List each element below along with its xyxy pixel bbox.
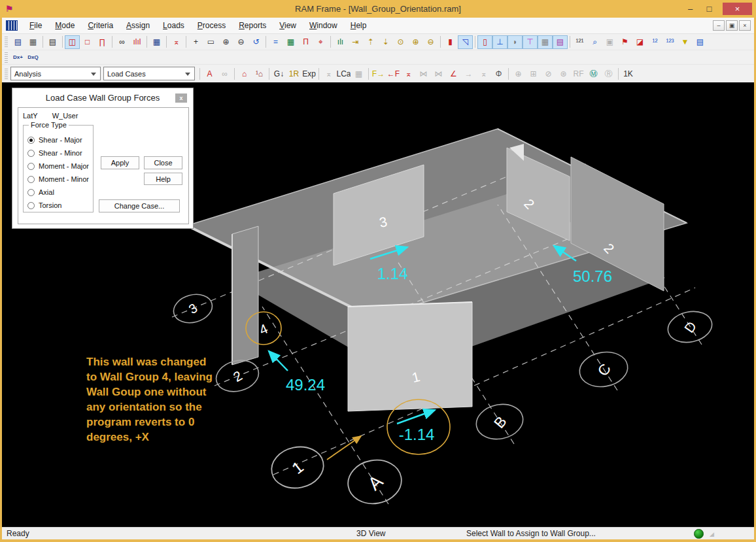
- load-cases-select[interactable]: Load Cases: [103, 67, 195, 80]
- assign-frame-2-icon[interactable]: ¹⌂: [252, 67, 267, 80]
- frame-view-icon[interactable]: ⌅: [169, 35, 184, 49]
- moment-diagram-icon[interactable]: ∠: [446, 67, 461, 80]
- menu-criteria[interactable]: Criteria: [81, 19, 120, 32]
- flag-zoom-icon[interactable]: ⚑: [617, 35, 632, 49]
- dim-ab-icon[interactable]: ⇥: [348, 35, 363, 49]
- dialog-close-button-2[interactable]: Close: [144, 156, 182, 169]
- display-case-prev-icon[interactable]: Dx+: [10, 50, 26, 64]
- diaphragm-icon[interactable]: ▤: [553, 35, 568, 49]
- wall-4[interactable]: [232, 226, 258, 365]
- arrow-gray-icon[interactable]: →: [461, 67, 476, 80]
- bowtie-icon[interactable]: ⋈: [416, 67, 431, 80]
- force-right-icon[interactable]: F→: [371, 67, 386, 80]
- menu-process[interactable]: Process: [191, 19, 232, 32]
- stiffness-chart-icon[interactable]: 1K: [621, 67, 636, 80]
- view-elevation-icon[interactable]: ∏: [95, 35, 110, 49]
- self-weight-icon[interactable]: 1R: [286, 67, 301, 80]
- find-icon[interactable]: ∞: [114, 35, 129, 49]
- gravity-loads-icon[interactable]: G↓: [271, 67, 286, 80]
- menu-file[interactable]: File: [23, 19, 48, 32]
- option-shear-major[interactable]: Shear - Major: [27, 133, 92, 146]
- minimize-button[interactable]: –: [681, 3, 700, 16]
- export-icon[interactable]: Exp: [301, 67, 317, 80]
- frame-slash-icon[interactable]: ⌅: [476, 67, 491, 80]
- toolbar-grip[interactable]: [5, 37, 8, 47]
- tab-laty[interactable]: LatY: [23, 112, 38, 120]
- menu-reports[interactable]: Reports: [232, 19, 273, 32]
- mdi-close-button[interactable]: ×: [739, 20, 751, 31]
- menu-mode[interactable]: Mode: [48, 19, 81, 32]
- apply-button[interactable]: Apply: [101, 156, 139, 169]
- column-icon[interactable]: ▮: [443, 35, 458, 49]
- view-3d-icon[interactable]: ◫: [65, 35, 80, 49]
- assign-zoom-icon[interactable]: ⌕: [587, 35, 602, 49]
- dim-node-icon[interactable]: ⊙: [393, 35, 408, 49]
- phi-icon[interactable]: Φ: [491, 67, 506, 80]
- elevation-frame-icon[interactable]: Π: [298, 35, 313, 49]
- footing-icon[interactable]: ⊤: [523, 35, 538, 49]
- dim-node-down-icon[interactable]: ⊖: [423, 35, 438, 49]
- annotate-icon[interactable]: A: [202, 67, 217, 80]
- view-plan-icon[interactable]: □: [80, 35, 95, 49]
- frame-gray-icon[interactable]: ⌅: [321, 67, 336, 80]
- option-shear-minor[interactable]: Shear - Minor: [27, 146, 92, 160]
- circle-lambda-2-icon[interactable]: ⊛: [556, 67, 571, 80]
- dialog-close-button[interactable]: x: [175, 93, 187, 103]
- truck-icon[interactable]: ▣: [602, 35, 617, 49]
- load-diagram-icon[interactable]: ılı: [333, 35, 348, 49]
- story-view-icon[interactable]: ▦: [149, 35, 164, 49]
- dialog-title-bar[interactable]: Load Case Wall Group Forces x: [12, 88, 193, 107]
- menu-loads[interactable]: Loads: [156, 19, 191, 32]
- display-case-find-icon[interactable]: DxQ: [26, 50, 41, 64]
- load-case-icon[interactable]: LCa: [336, 67, 351, 80]
- help-button[interactable]: Help: [144, 173, 182, 185]
- frame-force-icon[interactable]: ⌅: [401, 67, 416, 80]
- member-results-icon[interactable]: ılıl: [129, 35, 145, 49]
- menu-assign[interactable]: Assign: [120, 19, 156, 32]
- change-case-button[interactable]: Change Case...: [99, 199, 180, 212]
- section-lines-icon[interactable]: =: [268, 35, 283, 49]
- beam-table-icon[interactable]: ▦: [283, 35, 298, 49]
- menu-window[interactable]: Window: [303, 19, 344, 32]
- restore-view-icon[interactable]: ↺: [249, 35, 264, 49]
- rf-icon[interactable]: RF: [571, 67, 586, 80]
- bowtie-2-icon[interactable]: ⋈: [431, 67, 446, 80]
- dim-ab-up-icon[interactable]: ⇡: [363, 35, 378, 49]
- r-compass-icon[interactable]: Ⓡ: [601, 67, 616, 80]
- m-compass-icon[interactable]: Ⓜ: [586, 67, 601, 80]
- option-axial[interactable]: Axial: [27, 186, 92, 199]
- option-moment-minor[interactable]: Moment - Minor: [27, 173, 92, 186]
- viewport-3d[interactable]: 3 2 1 A B C D: [2, 82, 754, 527]
- mesh-icon[interactable]: ▦: [538, 35, 553, 49]
- circle-arrow-2-icon[interactable]: ⊞: [526, 67, 541, 80]
- option-torsion[interactable]: Torsion: [27, 199, 92, 212]
- force-left-icon[interactable]: ←F: [386, 67, 401, 80]
- menu-view[interactable]: View: [273, 19, 303, 32]
- zoom-in-icon[interactable]: ⊕: [218, 35, 233, 49]
- assign-frame-icon[interactable]: ⌂: [237, 67, 252, 80]
- paint-zoom-icon[interactable]: ◪: [632, 35, 647, 49]
- filter-beam-icon[interactable]: ▼: [678, 35, 693, 49]
- zoom-window-icon[interactable]: ▭: [203, 35, 218, 49]
- circle-arrow-icon[interactable]: ⊕: [511, 67, 526, 80]
- wall-shape-icon[interactable]: ◗: [507, 35, 523, 49]
- dim-node-up-icon[interactable]: ⊕: [408, 35, 423, 49]
- report-icon[interactable]: ▤: [45, 35, 60, 49]
- close-button[interactable]: ×: [723, 3, 752, 15]
- zoom-list-icon[interactable]: ▤: [693, 35, 708, 49]
- mode-select[interactable]: Analysis: [10, 67, 101, 80]
- maximize-button[interactable]: □: [700, 3, 719, 16]
- zoom-out-icon[interactable]: ⊖: [233, 35, 249, 49]
- tab-w-user[interactable]: W_User: [52, 112, 78, 120]
- brace-icon[interactable]: ◹: [458, 35, 473, 49]
- select-member-icon[interactable]: ⌖: [313, 35, 328, 49]
- mesh-gray-icon[interactable]: ▦: [351, 67, 366, 80]
- circle-lambda-icon[interactable]: ⊘: [541, 67, 556, 80]
- numbers-zoom-icon[interactable]: ¹²³: [662, 35, 678, 49]
- number-zoom-icon[interactable]: ¹²: [647, 35, 662, 49]
- mdi-restore-button[interactable]: ▣: [726, 20, 738, 31]
- toolbar-grip[interactable]: [5, 69, 8, 79]
- wall-icon[interactable]: ▯: [477, 35, 492, 49]
- menu-help[interactable]: Help: [344, 19, 373, 32]
- save-icon[interactable]: ▤: [10, 35, 26, 49]
